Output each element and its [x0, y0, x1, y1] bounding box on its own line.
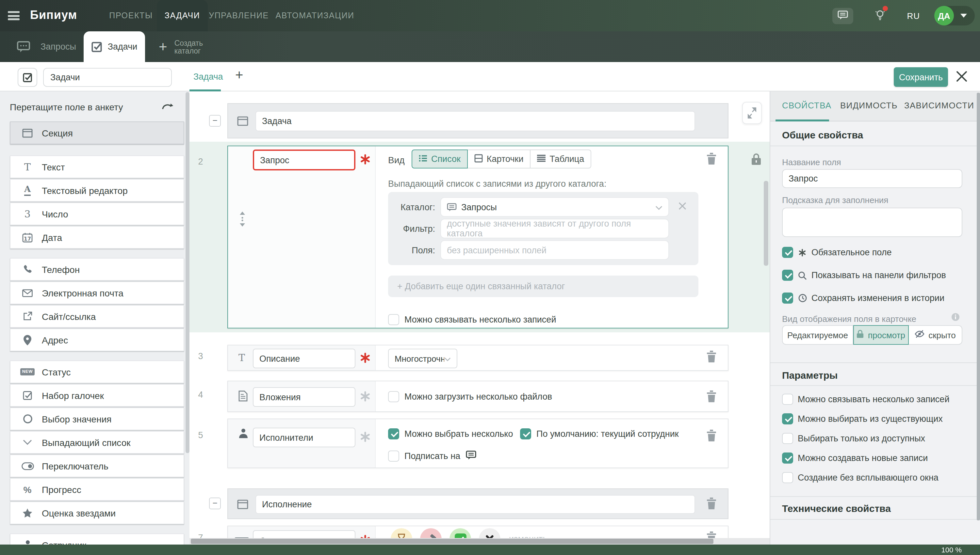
view-option-cards[interactable]: Карточки [468, 149, 531, 168]
feedback-chat-button[interactable] [832, 8, 853, 24]
display-option-view[interactable]: просмотр [853, 325, 909, 345]
checkbox-unchecked[interactable] [782, 394, 793, 405]
field-row-opisanie[interactable]: T Многострочный т... [227, 345, 728, 371]
section-title-input[interactable] [255, 495, 695, 514]
clear-catalog-icon[interactable] [678, 202, 687, 212]
show-in-filters-option[interactable]: Показывать на панели фильтров [782, 269, 946, 281]
checkbox-checked[interactable] [520, 428, 531, 440]
redo-arrow-icon[interactable] [161, 102, 174, 112]
save-history-option[interactable]: Сохранять изменения в истории [782, 292, 945, 304]
section-title-input[interactable] [255, 111, 695, 131]
field-row-ispolniteli[interactable]: Можно выбрать несколько По умолчанию: те… [227, 419, 728, 468]
param-create-new[interactable]: Можно создавать новые записи [782, 452, 928, 464]
palette-item-email[interactable]: Электронная почта [10, 281, 184, 304]
checkbox-unchecked[interactable] [388, 391, 399, 402]
param-only-available[interactable]: Выбирать только из доступных [782, 433, 925, 444]
palette-item-section[interactable]: Секция [10, 122, 184, 144]
panel-tab-dependencies[interactable]: ЗАВИСИМОСТИ [904, 101, 974, 110]
display-option-editable[interactable]: Редактируемое [782, 325, 853, 345]
field-label-input[interactable] [253, 387, 355, 407]
catalog-icon-button[interactable] [18, 68, 37, 87]
param-choose-existing[interactable]: Можно выбирать из существующих [782, 413, 943, 424]
collapse-section-button[interactable]: − [209, 115, 221, 127]
checkbox-checked[interactable] [782, 292, 793, 304]
select-multiple-option[interactable]: Можно выбрать несколько [388, 428, 513, 440]
drag-handle-icon[interactable] [239, 212, 246, 229]
palette-item-number[interactable]: 3 Число [10, 202, 184, 225]
checkbox-unchecked[interactable] [782, 472, 793, 483]
checkbox-checked[interactable] [782, 413, 793, 424]
palette-item-progress[interactable]: % Прогресс [10, 478, 184, 501]
info-icon[interactable] [951, 313, 960, 323]
field-label-input[interactable] [253, 349, 355, 368]
param-link-multiple[interactable]: Можно связывать несколько записей [782, 394, 949, 405]
fields-input[interactable]: без расширенных полей [440, 240, 669, 260]
checkbox-checked[interactable] [782, 269, 793, 281]
display-option-hidden[interactable]: скрыто [909, 325, 962, 345]
palette-item-switch[interactable]: Переключатель [10, 454, 184, 477]
palette-item-address[interactable]: Адрес [10, 329, 184, 351]
status-chip-done-icon[interactable] [450, 528, 471, 538]
trash-icon[interactable] [706, 497, 717, 511]
lock-icon[interactable] [751, 153, 761, 167]
trash-icon[interactable] [706, 531, 717, 538]
nav-item-automations[interactable]: АВТОМАТИЗАЦИИ [281, 0, 349, 31]
palette-item-richtext[interactable]: A Текстовый редактор [10, 179, 184, 202]
palette-item-link[interactable]: Сайт/ссылка [10, 305, 184, 328]
trash-icon[interactable] [706, 351, 717, 364]
field-row-status[interactable]: NEW изменить... [227, 526, 728, 538]
palette-item-employee[interactable]: Сотрудник [10, 533, 184, 545]
filter-input[interactable]: доступные значения зависят от другого по… [440, 219, 669, 238]
checkbox-unchecked[interactable] [388, 314, 399, 325]
checkbox-checked[interactable] [782, 247, 793, 258]
text-type-select[interactable]: Многострочный т... [388, 349, 457, 368]
status-chip-pending-icon[interactable] [391, 528, 412, 538]
fill-hint-textarea[interactable] [782, 208, 962, 237]
default-current-user-option[interactable]: По умолчанию: текущий сотрудник [520, 428, 679, 440]
language-switcher[interactable]: RU [907, 11, 920, 21]
field-label-input[interactable] [253, 149, 355, 170]
field-row-vlozheniya[interactable]: Можно загрузить несколько файлов [227, 381, 728, 412]
collapse-section-button[interactable]: − [209, 497, 221, 509]
avatar[interactable]: ДА [934, 6, 954, 26]
param-no-popup[interactable]: Создание без всплывающего окна [782, 472, 938, 483]
field-name-input[interactable] [782, 169, 962, 188]
status-change-placeholder[interactable]: изменить... [509, 534, 555, 538]
save-button[interactable]: Сохранить [894, 67, 948, 87]
field-label-input[interactable] [253, 428, 355, 447]
palette-item-stars[interactable]: Оценка звездами [10, 502, 184, 524]
multiple-records-option[interactable]: Можно связывать несколько записей [388, 314, 556, 325]
content-scrollbar[interactable] [764, 181, 768, 266]
status-chip-cancelled-icon[interactable] [479, 528, 500, 538]
trash-icon[interactable] [706, 430, 717, 443]
section-row-zadacha[interactable] [227, 103, 728, 138]
required-field-option[interactable]: Обязательное поле [782, 247, 892, 258]
palette-item-text[interactable]: T Текст [10, 156, 184, 178]
palette-item-date[interactable]: 17 Дата [10, 226, 184, 249]
section-row-ispolnenie[interactable] [227, 488, 728, 519]
trash-icon[interactable] [706, 390, 717, 404]
view-option-table[interactable]: Таблица [530, 149, 591, 168]
tab-requests[interactable]: Запросы [17, 31, 76, 62]
checkbox-checked[interactable] [782, 452, 793, 464]
horizontal-scrollbar[interactable] [190, 538, 770, 545]
palette-item-dropdown[interactable]: Выпадающий список [10, 431, 184, 454]
expand-form-button[interactable] [742, 102, 762, 124]
panel-scrollbar[interactable] [977, 93, 980, 520]
subscribe-option[interactable]: Подписать на [388, 451, 476, 462]
tab-form-zadacha[interactable]: Задача [193, 72, 223, 82]
catalog-select[interactable]: Запросы [440, 197, 669, 217]
palette-item-phone[interactable]: Телефон [10, 258, 184, 281]
palette-item-radio[interactable]: Выбор значения [10, 407, 184, 430]
catalog-name-input[interactable] [43, 68, 172, 87]
checkbox-unchecked[interactable] [782, 433, 793, 444]
user-menu[interactable]: ДА [934, 6, 975, 26]
nav-item-management[interactable]: УПРАВЛЕНИЕ [214, 0, 264, 31]
palette-item-status[interactable]: NEW Статус [10, 361, 184, 383]
whats-new-button[interactable] [874, 8, 886, 23]
checkbox-unchecked[interactable] [388, 451, 399, 462]
trash-icon[interactable] [706, 153, 717, 167]
nav-item-tasks[interactable]: ЗАДАЧИ [157, 0, 208, 31]
hamburger-menu-icon[interactable] [8, 11, 19, 20]
multiple-files-option[interactable]: Можно загрузить несколько файлов [388, 391, 552, 402]
